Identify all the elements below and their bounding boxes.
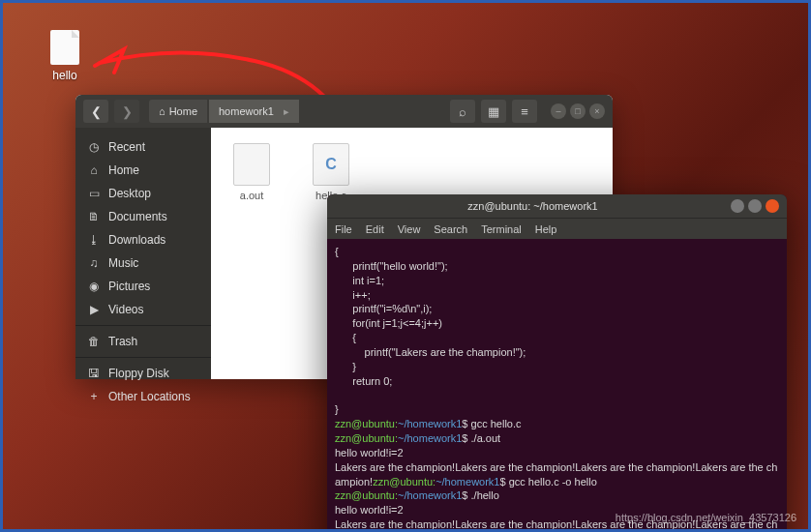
sidebar-item-label: Home — [108, 163, 139, 177]
sidebar-item-label: Pictures — [108, 280, 150, 293]
file-hello-c[interactable]: hello.c — [306, 143, 356, 201]
hamburger-icon[interactable]: ≡ — [512, 100, 537, 123]
window-close-button[interactable]: × — [589, 103, 605, 119]
view-grid-icon[interactable]: ▦ — [481, 100, 506, 123]
sidebar-item-label: Desktop — [108, 187, 151, 200]
sidebar-icon: ▭ — [87, 187, 101, 200]
sidebar-icon: ▶ — [87, 303, 101, 316]
menu-terminal[interactable]: Terminal — [481, 223, 522, 235]
sidebar-icon: ⭳ — [87, 233, 101, 247]
sidebar-item-label: Floppy Disk — [108, 367, 169, 380]
file-icon — [233, 143, 270, 186]
sidebar-item-label: Music — [108, 256, 138, 270]
watermark: https://blog.csdn.net/weixin_43573126 — [616, 512, 796, 523]
sidebar-item-home[interactable]: ⌂Home — [75, 159, 211, 182]
terminal-titlebar[interactable]: zzn@ubuntu: ~/homework1 — [327, 194, 787, 218]
sidebar-item-documents[interactable]: 🗎Documents — [75, 205, 211, 228]
search-icon[interactable]: ⌕ — [450, 100, 475, 123]
breadcrumb-folder[interactable]: homework1▸ — [209, 100, 299, 123]
sidebar-icon: ◷ — [87, 140, 101, 154]
sidebar-icon: 🗑 — [87, 335, 101, 348]
sidebar-item-videos[interactable]: ▶Videos — [75, 298, 211, 321]
forward-button[interactable]: ❯ — [114, 100, 139, 123]
menu-file[interactable]: File — [335, 223, 352, 235]
desktop-file-label: hello — [40, 69, 90, 82]
file-label: a.out — [226, 190, 277, 201]
document-icon — [50, 30, 79, 65]
sidebar-item-other-locations[interactable]: +Other Locations — [75, 385, 211, 408]
sidebar-item-label: Videos — [108, 303, 143, 316]
sidebar-icon: 🖫 — [87, 367, 101, 380]
menu-view[interactable]: View — [398, 223, 421, 235]
sidebar-item-floppy-disk[interactable]: 🖫Floppy Disk — [75, 362, 211, 385]
sidebar-item-pictures[interactable]: ◉Pictures — [75, 275, 211, 298]
desktop-file-hello[interactable]: hello — [40, 30, 90, 82]
terminal-menubar: FileEditViewSearchTerminalHelp — [327, 218, 787, 239]
sidebar-item-recent[interactable]: ◷Recent — [75, 135, 211, 159]
terminal-window: zzn@ubuntu: ~/homework1 FileEditViewSear… — [327, 194, 787, 532]
sidebar-item-label: Documents — [108, 210, 167, 223]
sidebar-icon: ♫ — [87, 256, 101, 270]
sidebar-icon: ⌂ — [87, 163, 101, 177]
sidebar-item-label: Other Locations — [108, 390, 191, 403]
terminal-minimize-button[interactable] — [731, 199, 744, 213]
window-minimize-button[interactable]: – — [551, 103, 566, 119]
file-a-out[interactable]: a.out — [226, 143, 277, 201]
window-maximize-button[interactable]: □ — [570, 103, 586, 119]
terminal-maximize-button[interactable] — [748, 199, 762, 213]
breadcrumb-home[interactable]: ⌂Home — [149, 100, 207, 123]
breadcrumb: ⌂Home homework1▸ — [149, 100, 299, 123]
menu-search[interactable]: Search — [434, 223, 467, 235]
sidebar-item-music[interactable]: ♫Music — [75, 251, 211, 275]
sidebar-item-label: Trash — [108, 335, 137, 348]
terminal-close-button[interactable] — [766, 199, 779, 213]
sidebar-item-trash[interactable]: 🗑Trash — [75, 330, 211, 353]
sidebar-icon: 🗎 — [87, 210, 101, 223]
menu-help[interactable]: Help — [535, 223, 557, 235]
terminal-output[interactable]: { printf("hello world!"); int i=1; i++; … — [327, 239, 787, 532]
terminal-title: zzn@ubuntu: ~/homework1 — [467, 200, 597, 212]
sidebar-item-label: Recent — [108, 140, 145, 154]
menu-edit[interactable]: Edit — [366, 223, 384, 235]
sidebar-item-desktop[interactable]: ▭Desktop — [75, 182, 211, 205]
file-icon — [313, 143, 349, 186]
home-icon: ⌂ — [159, 105, 165, 117]
sidebar-icon: + — [87, 390, 101, 403]
file-manager-toolbar: ❮ ❯ ⌂Home homework1▸ ⌕ ▦ ≡ – □ × — [75, 95, 613, 128]
back-button[interactable]: ❮ — [83, 100, 108, 123]
file-manager-sidebar: ◷Recent⌂Home▭Desktop🗎Documents⭳Downloads… — [75, 128, 211, 379]
sidebar-icon: ◉ — [87, 280, 101, 293]
sidebar-item-label: Downloads — [108, 233, 165, 247]
sidebar-item-downloads[interactable]: ⭳Downloads — [75, 228, 211, 251]
